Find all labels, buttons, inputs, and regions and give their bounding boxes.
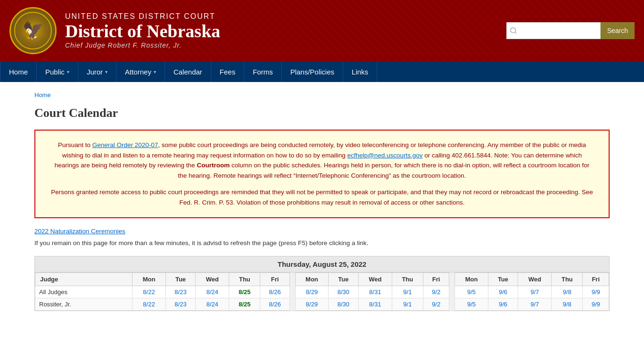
search-button[interactable]: Search xyxy=(601,22,635,39)
row-separator xyxy=(289,286,295,298)
nav-juror[interactable]: Juror ▾ xyxy=(78,61,116,82)
row-separator xyxy=(289,298,295,310)
col-header-tue2: Tue xyxy=(329,272,359,286)
table-row: Rossiter, Jr.8/228/238/248/258/268/298/3… xyxy=(35,298,609,310)
nav-fees[interactable]: Fees xyxy=(211,61,244,82)
nav-home[interactable]: Home xyxy=(0,61,37,82)
naturalization-link[interactable]: 2022 Naturalization Ceremonies xyxy=(34,228,610,235)
col-header-thu1: Thu xyxy=(229,272,260,286)
page-title: Court Calendar xyxy=(34,106,610,120)
date-cell[interactable]: 9/2 xyxy=(423,286,449,298)
date-cell[interactable]: 9/6 xyxy=(488,286,518,298)
date-cell[interactable]: 8/23 xyxy=(165,286,196,298)
nav-attorney[interactable]: Attorney ▾ xyxy=(116,61,165,82)
col-header-thu3: Thu xyxy=(552,272,583,286)
date-cell[interactable]: 9/8 xyxy=(552,298,583,310)
nav-plans-policies[interactable]: Plans/Policies xyxy=(282,61,343,82)
nav-calendar[interactable]: Calendar xyxy=(165,61,211,82)
nav-forms[interactable]: Forms xyxy=(244,61,282,82)
date-cell[interactable]: 8/29 xyxy=(295,286,328,298)
refresh-note: If you remain on this page for more than… xyxy=(34,239,610,247)
chevron-down-icon: ▾ xyxy=(154,69,156,74)
notice-box: Pursuant to General Order 2020-07, some … xyxy=(34,130,610,218)
date-cell[interactable]: 8/29 xyxy=(295,298,328,310)
court-seal: 🦅 xyxy=(9,7,57,54)
header-text: UNITED STATES DISTRICT COURT District of… xyxy=(65,12,220,49)
email-link[interactable]: ecfhelp@ned.uscourts.gov xyxy=(347,152,423,159)
col-header-wed2: Wed xyxy=(358,272,392,286)
col-header-thu2: Thu xyxy=(392,272,423,286)
date-cell[interactable]: 9/8 xyxy=(552,286,583,298)
calendar-header-row: Judge Mon Tue Wed Thu Fri Mon Tue Wed Th… xyxy=(35,272,609,286)
col-header-fri3: Fri xyxy=(583,272,609,286)
calendar-title: Thursday, August 25, 2022 xyxy=(35,256,609,272)
date-cell[interactable]: 9/1 xyxy=(392,286,423,298)
table-row: All Judges8/228/238/248/258/268/298/308/… xyxy=(35,286,609,298)
date-cell[interactable]: 8/31 xyxy=(358,298,392,310)
date-cell[interactable]: 8/23 xyxy=(165,298,196,310)
date-cell[interactable]: 8/26 xyxy=(260,298,289,310)
date-cell[interactable]: 8/30 xyxy=(329,286,359,298)
col-header-fri1: Fri xyxy=(260,272,289,286)
calendar-body: All Judges8/228/238/248/258/268/298/308/… xyxy=(35,286,609,310)
row-separator xyxy=(449,286,455,298)
search-input[interactable] xyxy=(506,22,601,39)
date-cell[interactable]: 8/26 xyxy=(260,286,289,298)
court-name-small: UNITED STATES DISTRICT COURT xyxy=(65,12,220,21)
date-cell[interactable]: 8/24 xyxy=(196,298,229,310)
notice-paragraph-2: Persons granted remote access to public … xyxy=(50,187,594,207)
date-cell[interactable]: 9/2 xyxy=(423,298,449,310)
date-cell[interactable]: 8/22 xyxy=(132,286,165,298)
date-cell[interactable]: 8/24 xyxy=(196,286,229,298)
date-cell[interactable]: 8/22 xyxy=(132,298,165,310)
date-cell[interactable]: 9/5 xyxy=(455,298,488,310)
date-cell[interactable]: 9/9 xyxy=(583,286,609,298)
col-header-tue3: Tue xyxy=(488,272,518,286)
col-header-judge: Judge xyxy=(35,272,132,286)
seal-icon: 🦅 xyxy=(14,12,52,49)
calendar-wrapper: Thursday, August 25, 2022 Judge Mon Tue … xyxy=(34,256,610,311)
nav-public[interactable]: Public ▾ xyxy=(37,61,78,82)
judge-name-cell: Rossiter, Jr. xyxy=(35,298,132,310)
col-header-wed3: Wed xyxy=(518,272,552,286)
col-header-mon3: Mon xyxy=(455,272,488,286)
date-cell[interactable]: 9/7 xyxy=(518,286,552,298)
col-separator-2 xyxy=(449,272,455,286)
chevron-down-icon: ▾ xyxy=(105,69,107,74)
col-header-tue1: Tue xyxy=(165,272,196,286)
date-cell[interactable]: 8/31 xyxy=(358,286,392,298)
row-separator xyxy=(449,298,455,310)
breadcrumb: Home xyxy=(34,91,610,99)
col-header-mon1: Mon xyxy=(132,272,165,286)
search-area: Search xyxy=(506,22,635,39)
date-cell[interactable]: 9/9 xyxy=(583,298,609,310)
col-header-fri2: Fri xyxy=(423,272,449,286)
general-order-link[interactable]: General Order 2020-07 xyxy=(92,141,158,148)
header-left: 🦅 UNITED STATES DISTRICT COURT District … xyxy=(9,7,220,54)
col-header-mon2: Mon xyxy=(295,272,328,286)
col-header-wed1: Wed xyxy=(196,272,229,286)
date-cell[interactable]: 8/25 xyxy=(229,286,260,298)
date-cell[interactable]: 9/1 xyxy=(392,298,423,310)
date-cell[interactable]: 9/7 xyxy=(518,298,552,310)
breadcrumb-home-link[interactable]: Home xyxy=(34,91,51,99)
calendar-table: Judge Mon Tue Wed Thu Fri Mon Tue Wed Th… xyxy=(35,272,609,311)
chief-judge-text: Chief Judge Robert F. Rossiter, Jr. xyxy=(65,41,220,49)
court-name-large: District of Nebraska xyxy=(65,21,220,41)
chevron-down-icon: ▾ xyxy=(67,69,69,74)
notice-paragraph-1: Pursuant to General Order 2020-07, some … xyxy=(50,140,594,181)
main-content: Home Court Calendar Pursuant to General … xyxy=(20,82,624,321)
site-header: 🦅 UNITED STATES DISTRICT COURT District … xyxy=(0,0,644,61)
judge-name-cell: All Judges xyxy=(35,286,132,298)
col-separator-1 xyxy=(289,272,295,286)
nav-links[interactable]: Links xyxy=(343,61,377,82)
date-cell[interactable]: 8/30 xyxy=(329,298,359,310)
main-nav: Home Public ▾ Juror ▾ Attorney ▾ Calenda… xyxy=(0,61,644,82)
date-cell[interactable]: 9/5 xyxy=(455,286,488,298)
date-cell[interactable]: 9/6 xyxy=(488,298,518,310)
date-cell[interactable]: 8/25 xyxy=(229,298,260,310)
